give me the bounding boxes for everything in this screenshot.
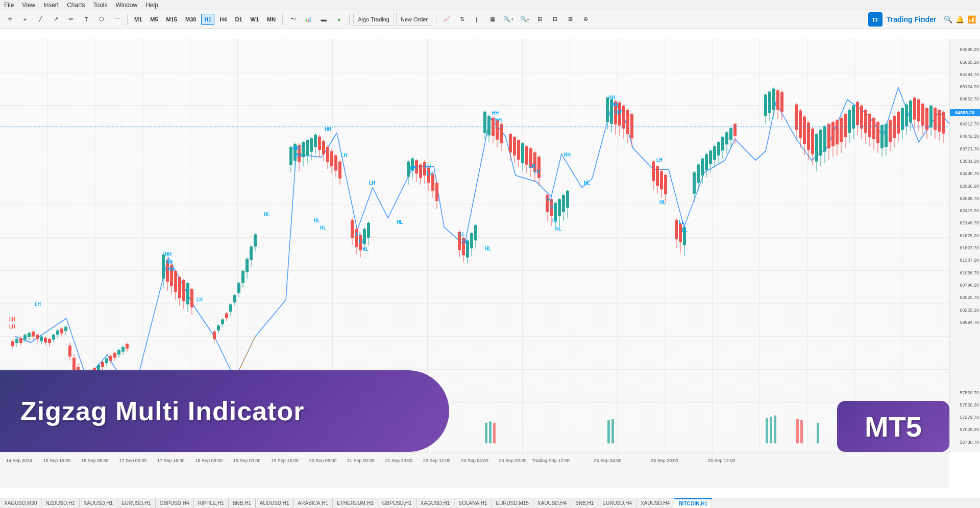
svg-rect-141: [419, 165, 422, 178]
time-22sep: 22 Sep 12:00: [423, 458, 451, 463]
toolbar-zoom-in[interactable]: 🔍+: [501, 13, 516, 26]
tab-xauusd-h1[interactable]: XAUUSD,H1: [80, 498, 117, 509]
tab-gbpusd-h1[interactable]: GBPUSD,H1: [378, 498, 416, 509]
svg-rect-319: [917, 99, 920, 121]
toolbar-grid[interactable]: ⊞: [533, 13, 547, 26]
time-15sep: 15 Sep 16:00: [43, 458, 71, 463]
logo-notification-icon[interactable]: 🔔: [955, 15, 964, 23]
svg-rect-331: [942, 112, 945, 134]
tab-xauusd-h4-2[interactable]: XAUUSD,H4: [636, 498, 674, 509]
toolbar-props1[interactable]: ⊟: [549, 13, 562, 26]
toolbar-volume[interactable]: ▦: [486, 13, 499, 26]
svg-rect-287: [852, 106, 855, 129]
toolbar-props2[interactable]: ⊠: [564, 13, 577, 26]
svg-rect-29: [64, 327, 67, 331]
label-ll-6: LL: [679, 219, 684, 225]
toolbar-fib[interactable]: ⋯: [110, 13, 124, 26]
svg-rect-297: [872, 118, 875, 139]
toolbar-line-tool[interactable]: ╱: [34, 13, 47, 26]
toolbar-chart-action[interactable]: ⊕: [579, 13, 593, 26]
tf-d1[interactable]: D1: [232, 14, 246, 25]
menu-view[interactable]: View: [22, 2, 35, 9]
tab-ripple-h1[interactable]: RIPPLE,H1: [194, 498, 229, 509]
tab-gbpusd-h4[interactable]: GBPUSD,H4: [156, 498, 194, 509]
toolbar-bar-type[interactable]: ▬: [317, 13, 330, 26]
tf-mn[interactable]: MN: [264, 14, 279, 25]
svg-rect-83: [225, 313, 228, 318]
toolbar-chart-type[interactable]: 📊: [302, 13, 315, 26]
tab-xagusd-m30[interactable]: XAGUSD,M30: [0, 498, 41, 509]
tab-bitcoin-h1[interactable]: BITCOIN,H1: [674, 498, 712, 509]
tab-nzdusd-h1[interactable]: NZDUSD,H1: [41, 498, 79, 509]
label-hh-9: HH: [495, 117, 502, 123]
menu-charts[interactable]: Charts: [67, 2, 85, 9]
logo-signal-icon[interactable]: 📶: [967, 15, 976, 23]
price-65124: 65124.20: [960, 84, 979, 89]
svg-rect-55: [117, 350, 120, 355]
toolbar-wave[interactable]: 〜: [286, 13, 300, 26]
svg-rect-301: [880, 125, 884, 148]
tf-h4[interactable]: H4: [216, 14, 230, 25]
tab-eurusd-m15[interactable]: EURUSD,M15: [492, 498, 533, 509]
svg-rect-217: [660, 171, 663, 190]
toolbar-shapes[interactable]: ⬡: [95, 13, 108, 26]
tab-xauusd-h4-1[interactable]: XAUUSD,H4: [533, 498, 571, 509]
toolbar-sep4: [436, 14, 436, 25]
tab-audusd-h1[interactable]: AUDUSD,H1: [256, 498, 294, 509]
tf-m15[interactable]: M15: [163, 14, 180, 25]
svg-rect-97: [254, 235, 257, 247]
svg-rect-390: [774, 416, 776, 444]
label-lh-4: LH: [197, 296, 203, 302]
svg-rect-119: [330, 151, 333, 166]
tab-eurusd-h4[interactable]: EURUSD,H4: [598, 498, 636, 509]
price-60796: 60796.20: [960, 283, 979, 288]
label-hl-2: HL: [314, 217, 320, 223]
toolbar-period-sep[interactable]: ||: [471, 13, 484, 26]
price-62960: 62960.20: [960, 184, 979, 189]
toolbar-text[interactable]: T: [80, 13, 93, 26]
label-hl-10: HL: [584, 180, 590, 186]
svg-rect-385: [493, 423, 496, 444]
menu-file[interactable]: File: [4, 2, 14, 9]
logo-search-icon[interactable]: 🔍: [944, 15, 952, 23]
svg-rect-59: [126, 344, 129, 349]
tab-arabica-h1[interactable]: ARABICA,H1: [294, 498, 333, 509]
price-60255: 60255.20: [960, 308, 979, 313]
tab-bnb-h1[interactable]: BNB,H1: [229, 498, 256, 509]
svg-rect-163: [487, 116, 491, 135]
label-hl-11: HL: [659, 199, 666, 205]
svg-rect-263: [803, 116, 806, 144]
toolbar-color[interactable]: ●: [332, 13, 346, 26]
tf-h1[interactable]: H1: [201, 14, 214, 25]
menu-tools[interactable]: Tools: [93, 2, 108, 9]
svg-rect-195: [562, 195, 565, 212]
menu-insert[interactable]: Insert: [43, 2, 59, 9]
tab-bnb-h1-2[interactable]: BNB,H1: [571, 498, 598, 509]
new-order-btn[interactable]: New Order: [396, 13, 432, 26]
toolbar-cursor[interactable]: ✛: [3, 13, 16, 26]
svg-rect-87: [233, 295, 236, 302]
tab-eurusd-h1[interactable]: EURUSD,H1: [117, 498, 156, 509]
toolbar-arrow[interactable]: ↗: [49, 13, 62, 26]
algo-trading-btn[interactable]: Algo Trading: [353, 13, 394, 26]
tab-ethereum-h1[interactable]: ETHEREUM,H1: [333, 498, 378, 509]
tf-m5[interactable]: M5: [147, 14, 161, 25]
menu-help[interactable]: Help: [145, 2, 158, 9]
time-23sep-a: 23 Sep 04:00: [461, 458, 488, 463]
toolbar-indicators[interactable]: 📈: [440, 13, 453, 26]
svg-rect-293: [864, 110, 867, 133]
label-hh-13: HH: [615, 109, 621, 115]
chart-area[interactable]: LH LH LH HH HH HH LH HL HH HH HH LH HL H…: [0, 29, 980, 498]
tf-w1[interactable]: W1: [248, 14, 262, 25]
toolbar-pencil[interactable]: ✏: [64, 13, 78, 26]
banner-left: Zigzag Multi Indicator: [0, 370, 449, 452]
svg-rect-57: [121, 347, 125, 352]
tf-m1[interactable]: M1: [131, 14, 145, 25]
tab-solana-h1[interactable]: SOLANA,H1: [454, 498, 492, 509]
toolbar-crosshair[interactable]: +: [18, 13, 32, 26]
toolbar-zoom-out[interactable]: 🔍-: [518, 13, 531, 26]
toolbar-objects[interactable]: ⇅: [455, 13, 469, 26]
menu-window[interactable]: Window: [116, 2, 138, 9]
tf-m30[interactable]: M30: [182, 14, 199, 25]
tab-xagusd-h1[interactable]: XAGUSD,H1: [416, 498, 455, 509]
